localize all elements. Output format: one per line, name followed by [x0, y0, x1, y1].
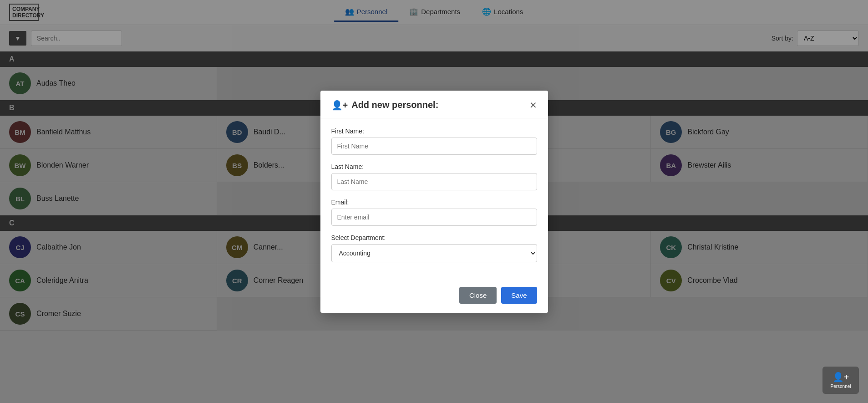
modal-close-button[interactable]: ✕: [529, 101, 537, 110]
department-select[interactable]: Accounting Engineering Marketing HR Fina…: [331, 244, 537, 262]
first-name-group: First Name:: [331, 128, 537, 155]
modal-overlay: 👤+ Add new personnel: ✕ First Name: Last…: [0, 0, 868, 403]
email-group: Email:: [331, 199, 537, 226]
email-label: Email:: [331, 199, 537, 206]
last-name-input[interactable]: [331, 173, 537, 190]
first-name-input[interactable]: [331, 138, 537, 155]
first-name-label: First Name:: [331, 128, 537, 135]
fab-label: Personnel: [830, 384, 851, 389]
modal-header: 👤+ Add new personnel: ✕: [320, 91, 548, 118]
modal-footer: Close Save: [320, 280, 548, 313]
email-input[interactable]: [331, 209, 537, 226]
department-label: Select Department:: [331, 234, 537, 241]
fab-icon: 👤+: [832, 372, 849, 383]
modal-body: First Name: Last Name: Email: Select Dep…: [320, 118, 548, 280]
add-personnel-modal: 👤+ Add new personnel: ✕ First Name: Last…: [320, 91, 548, 313]
add-person-icon: 👤+: [331, 100, 348, 111]
department-group: Select Department: Accounting Engineerin…: [331, 234, 537, 262]
last-name-group: Last Name:: [331, 163, 537, 190]
last-name-label: Last Name:: [331, 163, 537, 170]
modal-title: 👤+ Add new personnel:: [331, 100, 439, 111]
close-button[interactable]: Close: [459, 287, 497, 304]
add-personnel-fab[interactable]: 👤+ Personnel: [822, 367, 859, 394]
save-button[interactable]: Save: [501, 287, 537, 304]
